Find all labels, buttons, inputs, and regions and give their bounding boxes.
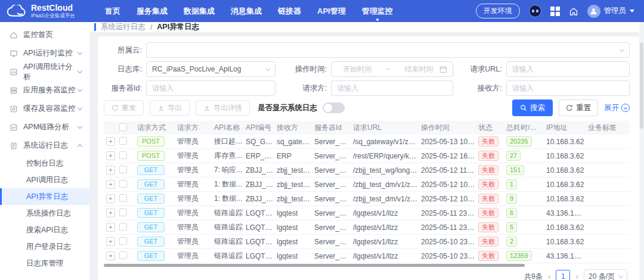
table-row[interactable]: + GET 管理员 1: 数据... ZBJJ_TES... zbjj_test… (104, 192, 630, 206)
sidebar-subitem[interactable]: 用户登录日志 (0, 238, 89, 255)
time-range-input[interactable]: 开始时间 ~ 结束时间 (331, 61, 453, 77)
apps-grid-icon[interactable] (550, 7, 560, 16)
sidebar-item[interactable]: 系统运行日志 (0, 136, 89, 155)
row-checkbox[interactable] (119, 180, 127, 188)
prev-page-button[interactable]: ‹ (548, 272, 551, 280)
sidebar-subitem[interactable]: API调用日志 (0, 172, 89, 188)
export-detail-button[interactable]: 导出详情 (196, 100, 250, 116)
nav-item[interactable]: 服务集成 (137, 0, 168, 23)
table-row[interactable]: + GET 管理员 链路追踪 LGQTEST... lgqtest Server… (104, 249, 630, 263)
table-row[interactable]: + GET 管理员 1: 数据... ZBJJ_TES... zbjj_test… (104, 178, 630, 192)
logdb-select[interactable]: RC_iPaaS_PocLive_ApiLog (146, 61, 275, 77)
cloud-select[interactable] (146, 42, 630, 58)
chevron-down-icon (78, 105, 82, 110)
table-row[interactable]: + GET 管理员 7: 响应... ZBJJ_TES... zbjj_test… (104, 163, 630, 178)
duration-badge: 6 (506, 208, 517, 218)
requester-input[interactable]: 请输入 (331, 80, 453, 96)
horizontal-scrollbar-thumb[interactable] (104, 264, 525, 267)
brand-logo: RestCloud iPaaS企业集成平台 (6, 4, 97, 18)
sidebar-subitem[interactable]: 系统操作日志 (0, 205, 89, 222)
sidebar-item-label: APM链路分析 (23, 122, 69, 132)
row-checkbox[interactable] (119, 166, 127, 173)
breadcrumb-parent[interactable]: 系统运行日志 (101, 22, 145, 32)
breadcrumb-accent-bar (94, 23, 96, 31)
url-placeholder: 请输入 (512, 64, 534, 74)
expand-row-button[interactable]: + (106, 209, 115, 217)
column-header: 操作时间 (421, 123, 478, 133)
requester-cell: 管理员 (177, 179, 214, 189)
row-checkbox[interactable] (119, 223, 127, 231)
reset-button[interactable]: 重置 (559, 99, 598, 116)
sidebar-item[interactable]: API调用统计分析 (0, 63, 89, 81)
table-row[interactable]: + POST 管理员 接口超时... SQ_GATE... sq_gateway… (104, 135, 630, 149)
nav-item[interactable]: 链接器 (278, 0, 301, 23)
nav-item[interactable]: API管理 (317, 0, 346, 23)
sidebar-item[interactable]: 应用服务器监控 (0, 81, 89, 99)
api-name-cell: 链路追踪 (214, 251, 246, 261)
resend-button[interactable]: 重发 (104, 100, 144, 116)
home-icon[interactable] (569, 7, 578, 16)
column-header: 状态 (478, 123, 506, 133)
environment-button[interactable]: 开发环境 (476, 4, 520, 18)
sidebar-item[interactable]: APM链路分析 (0, 118, 89, 136)
page-size-select[interactable]: 20 条/页 (584, 269, 627, 280)
ip-address-cell: 10.168.3.62 (546, 195, 588, 203)
download-icon (203, 104, 210, 111)
api-name-cell: 接口超时... (214, 136, 246, 147)
sidebar-item-label: 应用服务器监控 (23, 85, 76, 95)
expand-row-button[interactable]: + (106, 223, 115, 232)
expand-row-button[interactable]: + (106, 166, 115, 175)
nav-item[interactable]: 管理监控 (362, 0, 393, 23)
page-number[interactable]: 1 (556, 270, 570, 280)
expand-filters-link[interactable]: 展开 (604, 103, 630, 113)
request-url-input[interactable]: 请输入 (506, 61, 630, 77)
request-url-cell: /zbjj_test_dm/v1/zbjj_test_d... (353, 181, 421, 189)
expand-row-button[interactable]: + (106, 237, 115, 246)
status-badge: 失败 (478, 136, 499, 147)
sidebar-subitem[interactable]: 控制台日志 (0, 155, 89, 172)
search-button[interactable]: 搜索 (512, 99, 553, 116)
next-page-button[interactable]: › (575, 272, 578, 280)
table-row[interactable]: + POST 管理员 库存查询... ERP_API_... ERP Serve… (104, 149, 630, 163)
table-row[interactable]: + GET 管理员 链路追踪 LGQTEST... lgqtest Server… (104, 235, 630, 249)
expand-row-button[interactable]: + (106, 151, 115, 160)
receiver-input[interactable]: 请输入 (506, 80, 630, 96)
vertical-scrollbar-thumb[interactable] (640, 42, 643, 129)
chevron-up-icon (78, 144, 82, 149)
row-checkbox[interactable] (119, 251, 127, 259)
sidebar-subitem[interactable]: 日志库管理 (0, 255, 89, 272)
user-menu[interactable]: 管理员 (587, 5, 635, 18)
sidebar-subitem[interactable]: API异常日志 (0, 188, 89, 205)
row-checkbox[interactable] (119, 151, 127, 159)
operate-time-cell: 2025-05-13 10:02:23 (421, 138, 478, 146)
nav-item[interactable]: 首页 (105, 0, 120, 23)
method-badge: GET (137, 179, 165, 189)
row-checkbox[interactable] (119, 137, 127, 145)
nav-item[interactable]: 消息集成 (231, 0, 262, 23)
table-row[interactable]: + GET 管理员 链路追踪 LGQTEST... lgqtest Server… (104, 206, 630, 220)
row-checkbox[interactable] (119, 237, 127, 245)
server-id-cell: Server_PocLi... (314, 209, 353, 217)
table-row[interactable]: + GET 管理员 链路追踪 LGQTEST... lgqtest Server… (104, 220, 630, 235)
duration-badge: 9 (506, 194, 517, 204)
sidebar-item[interactable]: 监控首页 (0, 26, 89, 44)
server-id-input[interactable]: 请输入 (146, 80, 275, 96)
horizontal-scrollbar (104, 264, 630, 267)
assistant-robot-icon[interactable] (529, 5, 541, 17)
row-checkbox[interactable] (119, 209, 127, 216)
sidebar-item[interactable]: API运行时监控 (0, 44, 89, 63)
expand-row-button[interactable]: + (106, 180, 115, 189)
export-button[interactable]: 导出 (150, 100, 190, 116)
sidebar-subitem[interactable]: 搜索API日志 (0, 222, 89, 238)
expand-row-button[interactable]: + (106, 194, 115, 203)
system-log-toggle[interactable] (323, 102, 345, 113)
nav-item[interactable]: 数据集成 (184, 0, 215, 23)
sidebar-item[interactable]: 缓存及容器监控 (0, 99, 89, 118)
row-checkbox[interactable] (119, 194, 127, 202)
content-card: 所属云: 日志库: RC_iPaaS_PocLive_ApiLog 操作时间: … (98, 36, 639, 280)
expand-row-button[interactable]: + (106, 137, 115, 146)
select-all-checkbox[interactable] (119, 123, 127, 131)
expand-row-button[interactable]: + (106, 251, 115, 260)
ip-address-cell: 10.168.3.62 (546, 181, 588, 189)
sidebar-item-label: API运行时监控 (23, 48, 73, 58)
